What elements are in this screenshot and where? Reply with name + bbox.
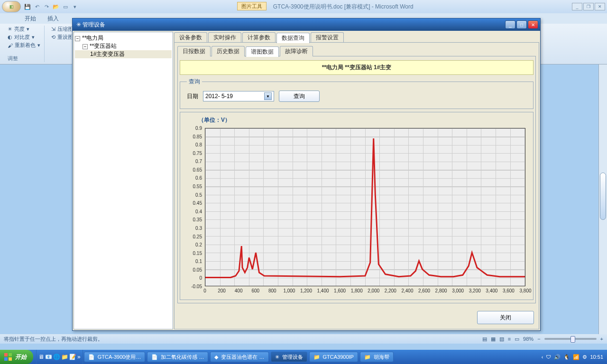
redo-icon[interactable]: ↷: [43, 3, 50, 10]
tray-icon[interactable]: 📶: [573, 354, 579, 360]
date-value: 2012- 5-19: [205, 93, 233, 100]
tab-data-query[interactable]: 数据查询: [276, 33, 310, 43]
taskbar: 开始 🖥 📧 🌐 📁 📝 » 📄GTCA-3900使用…📄加二氧化碳传感 …◆变…: [0, 350, 607, 364]
zoom-value[interactable]: 98%: [523, 336, 533, 342]
save-icon[interactable]: 💾: [24, 3, 31, 10]
dialog-maximize-icon[interactable]: □: [516, 20, 527, 29]
query-button[interactable]: 查询: [279, 91, 320, 102]
device-tree[interactable]: −**电力局 −**变压器站 1#主变变压器: [74, 32, 173, 329]
minimize-icon[interactable]: _: [572, 3, 582, 10]
collapse-icon[interactable]: −: [83, 44, 88, 49]
svg-rect-2: [4, 357, 8, 361]
quicklaunch-icon[interactable]: 📁: [61, 354, 68, 360]
quicklaunch-icon[interactable]: 🖥: [38, 354, 44, 360]
brightness-icon: ☀: [8, 26, 12, 32]
word-title: 图片工具 GTCA-3900使用说明书.doc [兼容模式] - Microso…: [79, 2, 572, 11]
word-window-buttons: _ ❐ ✕: [572, 3, 605, 10]
subtab-fault[interactable]: 故障诊断: [280, 46, 313, 56]
dialog-minimize-icon[interactable]: _: [505, 20, 515, 29]
chart-title: （单位：V）: [198, 116, 230, 124]
tray-icon[interactable]: ⚙: [582, 354, 587, 360]
quick-access-toolbar: 💾 ↶ ↷ 📂 ▭ ▾: [24, 3, 79, 10]
system-tray[interactable]: ‹ 🛡 🔊 🐧 📶 ⚙ 10:51: [538, 354, 607, 360]
tab-alarm[interactable]: 报警设置: [311, 32, 344, 43]
taskbar-item[interactable]: ◆变压器油色谱在 …: [210, 352, 268, 362]
open-icon[interactable]: 📂: [52, 3, 60, 10]
clock[interactable]: 10:51: [590, 354, 603, 360]
view-printlayout-icon[interactable]: ▤: [482, 336, 487, 342]
close-icon[interactable]: ✕: [595, 3, 605, 10]
subtab-daily[interactable]: 日报数据: [177, 46, 211, 56]
status-text: 将指针置于任一控点上，再拖动进行裁剪。: [4, 336, 103, 343]
tree-node-device[interactable]: 1#主变变压器: [75, 50, 172, 58]
tray-icon[interactable]: 🐧: [563, 354, 570, 360]
app-icon: ✳: [76, 21, 81, 28]
quicklaunch-icon[interactable]: 📧: [45, 354, 52, 360]
view-outline-icon[interactable]: ≡: [508, 336, 511, 342]
tab-calc-params[interactable]: 计算参数: [242, 32, 276, 43]
main-tabs: 设备参数 实时操作 计算参数 数据查询 报警设置: [174, 32, 539, 42]
y-axis: -0.0500.050.10.150.20.250.30.350.40.450.…: [185, 128, 204, 286]
svg-rect-3: [9, 357, 12, 361]
restore-icon[interactable]: ❐: [583, 3, 594, 10]
svg-rect-0: [4, 353, 8, 356]
query-fieldset: 查询 日期 2012- 5-19 ▼ 查询: [180, 78, 533, 109]
tray-icon[interactable]: 🔊: [554, 354, 561, 360]
chart: -0.0500.050.10.150.20.250.30.350.40.450.…: [185, 126, 530, 297]
word-status-bar: 将指针置于任一控点上，再拖动进行裁剪。 ▤ ▦ ▧ ≡ ▭ 98% −+: [0, 334, 607, 344]
tray-icon[interactable]: 🛡: [546, 354, 551, 360]
context-tab[interactable]: 图片工具: [237, 2, 267, 10]
date-label: 日期: [187, 92, 198, 100]
reset-icon: ⟲: [51, 34, 55, 40]
office-button[interactable]: ◧: [2, 1, 21, 12]
vertical-scrollbar[interactable]: [598, 64, 607, 335]
subtab-spectrum[interactable]: 谱图数据: [246, 46, 279, 57]
tab-start[interactable]: 开始: [23, 14, 38, 24]
quicklaunch-icon[interactable]: 📝: [69, 354, 76, 360]
dialog-title: 管理设备: [83, 21, 105, 29]
context-header: **电力局 **变压器站 1#主变: [180, 60, 533, 75]
zoom-slider[interactable]: [544, 338, 597, 340]
tab-content: 日报数据 历史数据 谱图数据 故障诊断 **电力局 **变压器站 1#主变 查询…: [174, 42, 539, 329]
ribbon-group-adjust: ☀亮度 ▾ ◐对比度 ▾ 🖌重新着色 ▾ 调整: [4, 26, 45, 62]
recolor-icon: 🖌: [8, 43, 13, 48]
view-draft-icon[interactable]: ▭: [515, 336, 519, 342]
word-titlebar: ◧ 💾 ↶ ↷ 📂 ▭ ▾ 图片工具 GTCA-3900使用说明书.doc [兼…: [0, 0, 607, 13]
collapse-icon[interactable]: −: [75, 36, 80, 41]
contrast-icon: ◐: [8, 34, 12, 40]
undo-icon[interactable]: ↶: [33, 3, 41, 10]
manage-device-dialog: ✳ 管理设备 _ □ ✕ −**电力局 −**变压器站 1#主变变压器 设备参数…: [72, 18, 541, 331]
compress-icon: ⇲: [51, 26, 55, 32]
windows-logo-icon: [4, 353, 12, 361]
tab-device-params[interactable]: 设备参数: [174, 32, 207, 43]
svg-rect-1: [9, 353, 12, 356]
tray-expand-icon[interactable]: ‹: [542, 354, 543, 360]
start-button[interactable]: 开始: [0, 350, 33, 364]
chevron-down-icon[interactable]: ▼: [264, 92, 272, 100]
new-icon[interactable]: ▭: [62, 3, 69, 10]
tree-node-station[interactable]: −**变压器站: [75, 42, 172, 50]
taskbar-item[interactable]: ✳管理设备: [271, 352, 307, 362]
dialog-titlebar[interactable]: ✳ 管理设备 _ □ ✕: [73, 18, 540, 31]
qat-more-icon[interactable]: ▾: [71, 3, 79, 10]
taskbar-item[interactable]: 📄加二氧化碳传感 …: [147, 352, 208, 362]
dialog-close-icon[interactable]: ✕: [528, 20, 538, 29]
view-web-icon[interactable]: ▧: [499, 336, 504, 342]
sub-tabs: 日报数据 历史数据 谱图数据 故障诊断: [177, 46, 536, 56]
tab-realtime[interactable]: 实时操作: [208, 32, 241, 43]
chart-fieldset: （单位：V） -0.0500.050.10.150.20.250.30.350.…: [180, 112, 533, 300]
taskbar-item[interactable]: 📁GTCA3900IP: [309, 352, 358, 362]
query-legend: 查询: [187, 78, 202, 86]
close-button[interactable]: 关闭: [477, 311, 534, 324]
date-picker[interactable]: 2012- 5-19 ▼: [203, 91, 274, 101]
taskbar-item[interactable]: 📁胡海帮: [360, 352, 394, 362]
tab-insert[interactable]: 插入: [46, 14, 61, 24]
view-fullscreen-icon[interactable]: ▦: [491, 336, 496, 342]
quicklaunch-icon[interactable]: 🌐: [53, 354, 60, 360]
quicklaunch-more-icon[interactable]: »: [77, 354, 81, 360]
plot-area: [205, 128, 525, 286]
x-axis: 02004006008001,0001,2001,4001,6001,8002,…: [205, 287, 525, 297]
tree-node-root[interactable]: −**电力局: [75, 34, 172, 42]
taskbar-item[interactable]: 📄GTCA-3900使用…: [84, 352, 146, 362]
subtab-history[interactable]: 历史数据: [212, 46, 245, 56]
